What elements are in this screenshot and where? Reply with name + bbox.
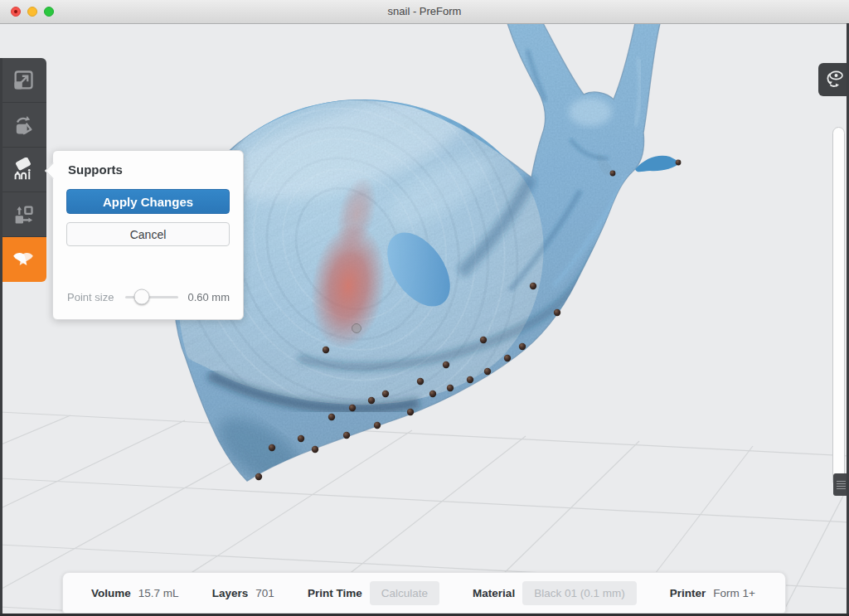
supports-panel: Supports Apply Changes Cancel Point size… xyxy=(52,150,244,320)
printer-group: Printer Form 1+ xyxy=(670,587,755,599)
close-button[interactable] xyxy=(11,7,21,17)
minimize-button[interactable] xyxy=(27,7,37,17)
material-label: Material xyxy=(473,587,515,599)
layout-icon xyxy=(12,203,35,226)
preform-window: Supports Apply Changes Cancel Point size… xyxy=(0,0,849,616)
print-tool-button[interactable] xyxy=(0,237,46,282)
layers-label: Layers xyxy=(212,587,249,599)
printer-label: Printer xyxy=(670,587,706,599)
cancel-button[interactable]: Cancel xyxy=(66,222,230,246)
print-time-label: Print Time xyxy=(308,587,362,599)
rotate-icon xyxy=(12,114,35,137)
volume-label: Volume xyxy=(91,587,131,599)
rotate-view-button[interactable] xyxy=(818,63,849,96)
material-group: Material Black 01 (0.1 mm) xyxy=(473,581,637,605)
butterfly-icon xyxy=(11,247,36,272)
print-time-group: Print Time Calculate xyxy=(308,581,439,605)
supports-icon xyxy=(11,158,36,182)
status-bar: Volume 15.7 mL Layers 701 Print Time Cal… xyxy=(62,572,786,614)
tool-sidebar xyxy=(0,58,46,282)
orientation-tool-button[interactable] xyxy=(0,103,46,148)
layer-slider-track[interactable] xyxy=(832,127,845,487)
apply-changes-button[interactable]: Apply Changes xyxy=(66,189,230,214)
panel-title: Supports xyxy=(53,151,243,177)
point-size-row: Point size 0.60 mm xyxy=(67,286,230,308)
title-bar[interactable]: snail - PreForm xyxy=(0,0,849,24)
layers-group: Layers 701 xyxy=(212,587,274,599)
grip-lines-icon xyxy=(837,481,846,482)
size-tool-button[interactable] xyxy=(0,58,46,103)
point-size-slider-thumb[interactable] xyxy=(133,289,149,305)
window-title: snail - PreForm xyxy=(0,0,849,23)
volume-group: Volume 15.7 mL xyxy=(91,587,179,599)
traffic-lights xyxy=(11,7,54,17)
supports-tool-button[interactable] xyxy=(0,148,46,192)
point-size-label: Point size xyxy=(67,291,114,303)
point-size-slider[interactable] xyxy=(125,296,178,298)
zoom-button[interactable] xyxy=(44,7,54,17)
scale-icon xyxy=(12,69,35,92)
printer-value: Form 1+ xyxy=(713,587,755,599)
support-point-ghost xyxy=(352,324,361,333)
layout-tool-button[interactable] xyxy=(0,192,46,237)
calculate-button[interactable]: Calculate xyxy=(370,581,439,605)
window-border-left xyxy=(0,58,2,616)
point-size-value: 0.60 mm xyxy=(187,291,230,303)
layers-value: 701 xyxy=(255,587,274,599)
volume-value: 15.7 mL xyxy=(138,587,179,599)
material-button[interactable]: Black 01 (0.1 mm) xyxy=(522,581,637,605)
orbit-eye-icon xyxy=(823,68,845,91)
